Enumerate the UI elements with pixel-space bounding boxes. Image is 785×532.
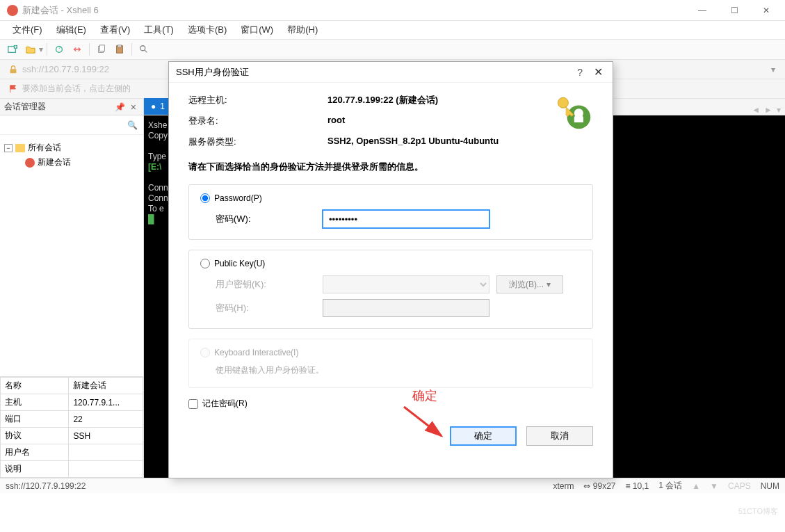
flag-icon [8, 84, 18, 94]
address-text[interactable]: ssh://120.77.9.199:22 [22, 64, 109, 74]
ok-button[interactable]: 确定 [450, 426, 517, 446]
pk-password-input[interactable] [323, 299, 489, 317]
browse-button[interactable]: 浏览(B)...▾ [496, 275, 563, 293]
remote-host-label: 远程主机: [188, 94, 327, 106]
lock-icon [8, 65, 18, 74]
session-tree: − 所有会话 新建会话 [0, 135, 143, 376]
prop-desc-val [69, 461, 143, 478]
svg-point-2 [56, 47, 63, 53]
status-address: ssh://120.77.9.199:22 [6, 481, 86, 491]
toolbar: ▾ [0, 39, 785, 60]
disconnect-icon[interactable] [69, 41, 86, 58]
password-radio-label[interactable]: Password(P) [200, 193, 581, 203]
new-session-icon[interactable] [4, 41, 21, 58]
address-dropdown-icon[interactable]: ▾ [766, 65, 781, 74]
tab-label: 1 [160, 102, 165, 111]
dialog-close-icon[interactable]: ✕ [591, 65, 606, 79]
dialog-titlebar: SSH用户身份验证 ? ✕ [169, 62, 613, 83]
status-down-icon[interactable]: ▼ [710, 481, 718, 491]
prop-host-key: 主机 [1, 394, 69, 411]
menu-help[interactable]: 帮助(H) [282, 21, 323, 39]
ki-description: 使用键盘输入用户身份验证。 [216, 364, 581, 376]
userkey-label: 用户密钥(K): [216, 278, 323, 291]
copy-icon[interactable] [93, 41, 110, 58]
menubar: 文件(F) 编辑(E) 查看(V) 工具(T) 选项卡(B) 窗口(W) 帮助(… [0, 21, 785, 39]
paste-icon[interactable] [111, 41, 128, 58]
open-icon[interactable] [22, 41, 39, 58]
tree-root-label: 所有会话 [28, 142, 61, 154]
menu-file[interactable]: 文件(F) [7, 21, 48, 39]
remember-password-row[interactable]: 记住密码(R) [188, 398, 593, 410]
tab-prev-icon[interactable]: ◄ [752, 105, 760, 115]
folder-icon [15, 144, 25, 152]
prop-host-val: 120.77.9.1... [69, 394, 143, 411]
annotation-text: 确定 [412, 387, 437, 404]
tab-next-icon[interactable]: ► [764, 105, 772, 115]
publickey-radio-label[interactable]: Public Key(U) [200, 259, 581, 268]
menu-edit[interactable]: 编辑(E) [51, 21, 92, 39]
publickey-radio[interactable] [200, 259, 210, 268]
dialog-instruction: 请在下面选择恰当的身份验证方法并提供登录所需的信息。 [188, 161, 593, 173]
tabs-nav: ◄ ► ▾ [747, 105, 785, 115]
menu-tab[interactable]: 选项卡(B) [182, 21, 232, 39]
status-up-icon[interactable]: ▲ [692, 481, 700, 491]
session-props-table: 名称新建会话 主机120.77.9.1... 端口22 协议SSH 用户名 说明 [0, 376, 143, 478]
status-term: xterm [553, 481, 574, 491]
dialog-help-icon[interactable]: ? [569, 67, 591, 78]
table-row: 说明 [1, 461, 143, 478]
session-manager-title: 会话管理器 [4, 101, 46, 113]
menu-view[interactable]: 查看(V) [95, 21, 136, 39]
menu-window[interactable]: 窗口(W) [235, 21, 279, 39]
close-button[interactable]: ✕ [750, 0, 782, 21]
prop-user-key: 用户名 [1, 444, 69, 461]
reconnect-icon[interactable] [51, 41, 67, 58]
password-input[interactable] [323, 210, 489, 228]
pin-icon[interactable]: 📌 [112, 102, 128, 112]
maximize-button[interactable]: ☐ [718, 0, 750, 21]
table-row: 主机120.77.9.1... [1, 394, 143, 411]
tree-collapse-icon[interactable]: − [4, 144, 13, 152]
cancel-button[interactable]: 取消 [526, 426, 593, 446]
svg-rect-8 [10, 69, 17, 73]
menu-tools[interactable]: 工具(T) [138, 21, 179, 39]
password-field-label: 密码(W): [216, 213, 323, 225]
prop-user-val [69, 444, 143, 461]
dialog-title: SSH用户身份验证 [176, 66, 249, 79]
status-caps: CAPS [728, 481, 751, 491]
userkey-select[interactable] [323, 275, 489, 293]
find-icon[interactable] [136, 41, 152, 58]
pk-password-label: 密码(H): [216, 302, 323, 314]
tree-session-node[interactable]: 新建会话 [4, 155, 139, 170]
minimize-button[interactable]: — [686, 0, 718, 21]
watermark: 51CTO博客 [738, 506, 778, 517]
dialog-buttons: 确定 取消 [188, 426, 593, 446]
tab-menu-icon[interactable]: ▾ [777, 105, 781, 115]
ssh-auth-dialog: SSH用户身份验证 ? ✕ 远程主机:120.77.9.199:22 (新建会话… [168, 61, 613, 478]
tab-session-1[interactable]: ● 1 [144, 98, 172, 115]
table-row: 用户名 [1, 444, 143, 461]
prop-proto-val: SSH [69, 428, 143, 444]
prop-proto-key: 协议 [1, 428, 69, 444]
prop-port-val: 22 [69, 411, 143, 428]
session-manager-panel: 会话管理器 📌 × 🔍 − 所有会话 新建会话 名称新建会话 主 [0, 99, 144, 478]
status-size: ⇔ 99x27 [583, 481, 615, 491]
remember-checkbox[interactable] [188, 399, 198, 409]
chevron-down-icon: ▾ [547, 280, 551, 289]
password-radio[interactable] [200, 193, 210, 203]
panel-close-icon[interactable]: × [128, 102, 139, 113]
search-icon[interactable]: 🔍 [124, 120, 140, 130]
tip-text: 要添加当前会话，点击左侧的 [22, 83, 131, 95]
remember-label: 记住密码(R) [202, 398, 248, 410]
svg-rect-4 [99, 45, 104, 51]
tree-session-label: 新建会话 [38, 156, 71, 168]
auth-key-icon [551, 90, 593, 131]
window-controls: — ☐ ✕ [686, 0, 782, 21]
status-bar: ssh://120.77.9.199:22 xterm ⇔ 99x27 ≡ 10… [0, 478, 785, 493]
prop-desc-key: 说明 [1, 461, 69, 478]
table-row: 协议SSH [1, 428, 143, 444]
tree-root-node[interactable]: − 所有会话 [4, 140, 139, 155]
dialog-body: 远程主机:120.77.9.199:22 (新建会话) 登录名:root 服务器… [169, 83, 613, 478]
session-icon [25, 158, 35, 168]
session-search-input[interactable] [3, 118, 124, 133]
server-type-label: 服务器类型: [188, 136, 327, 148]
